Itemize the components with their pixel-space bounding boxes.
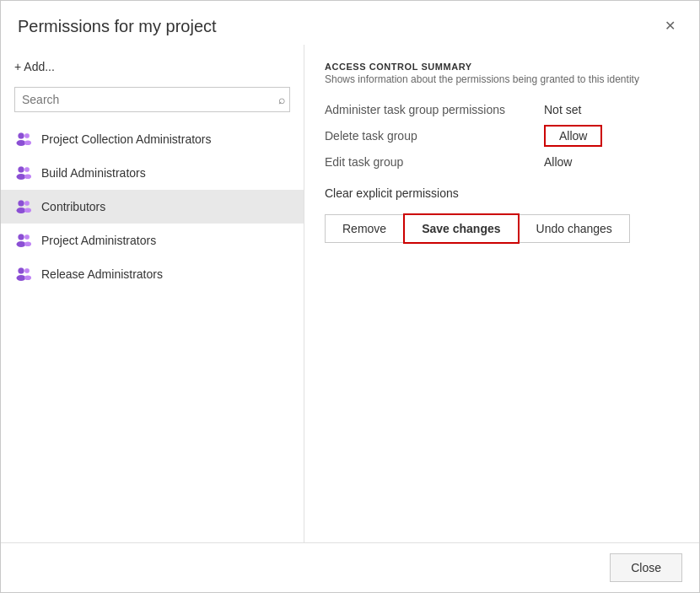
dialog-body: + Add... ⌕ Project Collection Administra… (1, 45, 699, 542)
left-panel: + Add... ⌕ Project Collection Administra… (1, 45, 304, 542)
svg-point-8 (19, 201, 24, 207)
svg-point-10 (24, 201, 30, 206)
undo-changes-button[interactable]: Undo changes (519, 214, 630, 243)
identity-label: Project Administrators (41, 234, 156, 247)
svg-point-15 (24, 241, 31, 246)
access-control-title: ACCESS CONTROL SUMMARY (325, 62, 679, 72)
group-icon (14, 265, 33, 283)
identity-item-build-admins[interactable]: Build Administrators (1, 156, 304, 190)
footer-close-button[interactable]: Close (610, 553, 682, 582)
group-icon (14, 130, 33, 148)
identity-item-project-admins[interactable]: Project Administrators (1, 224, 304, 257)
svg-point-13 (17, 241, 26, 247)
identity-label: Build Administrators (41, 166, 146, 180)
group-icon (14, 231, 33, 250)
group-icon (14, 164, 33, 182)
permission-row-edit: Edit task groupAllow (325, 151, 679, 173)
save-changes-button[interactable]: Save changes (403, 213, 519, 244)
permission-value: Allow (544, 155, 572, 169)
svg-point-14 (24, 235, 30, 240)
svg-point-17 (17, 275, 26, 281)
svg-point-7 (24, 174, 31, 179)
identity-label: Release Administrators (41, 267, 163, 281)
svg-point-1 (17, 140, 26, 146)
identity-item-contributors[interactable]: Contributors (1, 190, 304, 224)
permissions-dialog: Permissions for my project ✕ + Add... ⌕ … (0, 0, 700, 593)
svg-point-4 (19, 167, 24, 173)
svg-point-16 (19, 268, 24, 274)
dialog-footer: Close (1, 542, 699, 592)
remove-button[interactable]: Remove (325, 214, 404, 243)
permissions-table: Administer task group permissionsNot set… (325, 99, 679, 173)
svg-point-19 (24, 275, 31, 280)
svg-point-11 (24, 208, 31, 213)
clear-permissions-label: Clear explicit permissions (325, 186, 679, 200)
permission-row-delete: Delete task groupAllow (325, 121, 679, 151)
permission-row-administer: Administer task group permissionsNot set (325, 99, 679, 121)
permission-value: Not set (544, 103, 581, 116)
permission-label: Administer task group permissions (325, 99, 544, 121)
add-identity-button[interactable]: + Add... (1, 53, 304, 80)
identity-label: Project Collection Administrators (41, 132, 212, 146)
action-buttons: Remove Save changes Undo changes (325, 213, 679, 244)
access-control-subtitle: Shows information about the permissions … (325, 73, 679, 85)
search-input[interactable] (14, 87, 290, 112)
permission-value: Allow (544, 125, 602, 147)
right-panel: ACCESS CONTROL SUMMARY Shows information… (304, 45, 699, 542)
identity-list: Project Collection Administrators Build … (1, 122, 304, 534)
identity-item-project-collection-admins[interactable]: Project Collection Administrators (1, 122, 304, 156)
svg-point-2 (24, 133, 30, 138)
search-icon[interactable]: ⌕ (278, 93, 285, 106)
svg-point-6 (24, 167, 30, 172)
identity-item-release-admins[interactable]: Release Administrators (1, 257, 304, 291)
search-wrapper: ⌕ (14, 87, 290, 112)
svg-point-3 (24, 140, 31, 145)
dialog-title: Permissions for my project (18, 17, 217, 36)
svg-point-18 (24, 268, 30, 273)
svg-point-12 (19, 235, 24, 240)
svg-point-0 (19, 133, 24, 139)
dialog-header: Permissions for my project ✕ (1, 1, 699, 45)
svg-point-5 (17, 174, 26, 180)
permission-label: Delete task group (325, 121, 544, 151)
identity-label: Contributors (41, 200, 105, 213)
group-icon (14, 197, 33, 216)
svg-point-9 (17, 208, 26, 213)
permission-label: Edit task group (325, 151, 544, 173)
close-icon-button[interactable]: ✕ (658, 16, 682, 36)
